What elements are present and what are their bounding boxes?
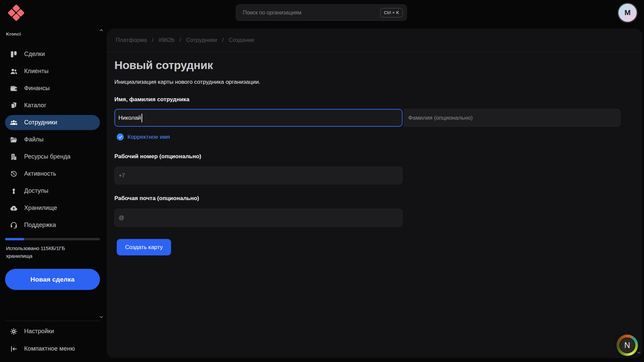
new-deal-button[interactable]: Новая сделка xyxy=(5,269,100,290)
global-search: Ctrl + K xyxy=(236,4,407,21)
sidebar-item-storage[interactable]: Хранилище xyxy=(5,200,100,216)
sidebar-nav: Сделки Клиенты Финансы Каталог Сотрудник… xyxy=(5,47,100,235)
email-field-label: Рабочая почта (опционально) xyxy=(114,195,199,202)
sidebar-item-label: Сотрудники xyxy=(24,119,57,126)
sidebar-item-label: Хранилище xyxy=(24,204,57,212)
sidebar-item-label: Каталог xyxy=(24,102,46,109)
kanban-icon xyxy=(9,50,18,59)
sidebar-item-label: Финансы xyxy=(24,85,50,92)
floating-widget-initial: N xyxy=(624,341,630,350)
phone-input[interactable] xyxy=(114,167,402,184)
breadcrumb-separator: / xyxy=(179,37,181,44)
sidebar: Kroncl Сделки Клиенты Финансы Каталог Со… xyxy=(0,0,107,362)
breadcrumb: Платформа/#962b/Сотрудники/Создание xyxy=(107,28,642,52)
storage-progress-fill xyxy=(5,238,24,240)
sidebar-item-label: Настройки xyxy=(24,328,54,335)
create-card-button[interactable]: Создать карту xyxy=(117,239,171,255)
sidebar-item-label: Файлы xyxy=(24,136,44,143)
sidebar-item-support[interactable]: Поддержка xyxy=(5,218,100,233)
breadcrumb-item: Создание xyxy=(229,37,255,44)
email-input[interactable] xyxy=(114,209,402,227)
name-inputs-row: Николай xyxy=(114,109,621,127)
brand-name: Kroncl xyxy=(6,32,21,37)
collapse-icon xyxy=(9,345,18,353)
floating-widget-inner: N xyxy=(620,338,635,353)
gear-icon xyxy=(9,327,18,336)
building-icon xyxy=(9,153,18,161)
sidebar-item-label: Компактное меню xyxy=(24,345,75,352)
page-title: Новый сотрудник xyxy=(114,59,213,72)
sidebar-item-settings[interactable]: Настройки xyxy=(5,324,100,339)
sidebar-item-label: Доступы xyxy=(24,187,48,194)
shortcut-hint-badge: Ctrl + K xyxy=(380,8,403,17)
sidebar-footer-nav: Настройки Компактное меню xyxy=(5,324,100,359)
breadcrumb-item[interactable]: Сотрудники xyxy=(186,37,217,44)
page-subtitle: Инициализация карты нового сотрудника ор… xyxy=(114,79,260,85)
storage-progress xyxy=(5,238,100,240)
employees-icon xyxy=(9,118,18,127)
user-avatar[interactable]: M xyxy=(618,3,638,23)
breadcrumb-separator: / xyxy=(222,37,224,44)
check-circle-icon xyxy=(117,133,124,140)
last-name-input[interactable] xyxy=(404,109,621,127)
wallet-icon xyxy=(9,84,18,93)
floating-profile-widget[interactable]: N xyxy=(616,335,638,356)
sidebar-item-files[interactable]: Файлы xyxy=(5,132,100,147)
keyhole-icon xyxy=(9,187,18,195)
sidebar-item-label: Сделки xyxy=(24,51,45,58)
sidebar-item-compact-menu[interactable]: Компактное меню xyxy=(5,341,100,356)
breadcrumb-item[interactable]: #962b xyxy=(159,37,174,44)
cloud-upload-icon xyxy=(9,204,18,213)
name-field-label: Имя, фамилия сотрудника xyxy=(114,96,190,103)
sidebar-divider xyxy=(5,321,100,321)
sidebar-item-label: Ресурсы бренда xyxy=(24,153,70,160)
storage-usage-label: Использовано 115КБ/1ГБ хранилища xyxy=(6,244,91,260)
text-caret xyxy=(142,114,142,122)
sidebar-scroll-down-icon[interactable] xyxy=(99,314,104,320)
sidebar-scroll-up-icon[interactable] xyxy=(99,27,104,33)
sidebar-item-employees[interactable]: Сотрудники xyxy=(5,115,100,130)
sidebar-item-label: Поддержка xyxy=(24,222,56,229)
validation-message: Корректное имя xyxy=(127,134,170,140)
history-icon xyxy=(9,170,18,178)
phone-field-label: Рабочий номер (опционально) xyxy=(114,153,201,160)
sidebar-item-deals[interactable]: Сделки xyxy=(5,47,100,62)
headset-icon xyxy=(9,221,18,230)
clients-icon xyxy=(9,67,18,76)
breadcrumb-separator: / xyxy=(152,37,154,44)
sidebar-item-activity[interactable]: Активность xyxy=(5,166,100,181)
user-avatar-initial: M xyxy=(625,8,631,17)
main-panel: Платформа/#962b/Сотрудники/Создание Новы… xyxy=(107,28,642,358)
sidebar-item-brand-resources[interactable]: Ресурсы бренда xyxy=(5,149,100,164)
sidebar-item-access[interactable]: Доступы xyxy=(5,183,100,198)
sidebar-item-label: Активность xyxy=(24,170,56,177)
breadcrumb-item[interactable]: Платформа xyxy=(116,37,147,44)
folder-icon xyxy=(9,135,18,144)
name-validation: Корректное имя xyxy=(117,133,170,140)
sidebar-item-clients[interactable]: Клиенты xyxy=(5,64,100,79)
widget-chevron-down-icon[interactable] xyxy=(637,350,641,355)
sidebar-item-finances[interactable]: Финансы xyxy=(5,81,100,96)
catalog-icon xyxy=(9,101,18,110)
sidebar-item-label: Клиенты xyxy=(24,68,49,75)
first-name-input[interactable]: Николай xyxy=(114,109,402,127)
first-name-value: Николай xyxy=(118,115,141,121)
sidebar-item-catalog[interactable]: Каталог xyxy=(5,98,100,113)
search-input[interactable] xyxy=(236,10,380,16)
